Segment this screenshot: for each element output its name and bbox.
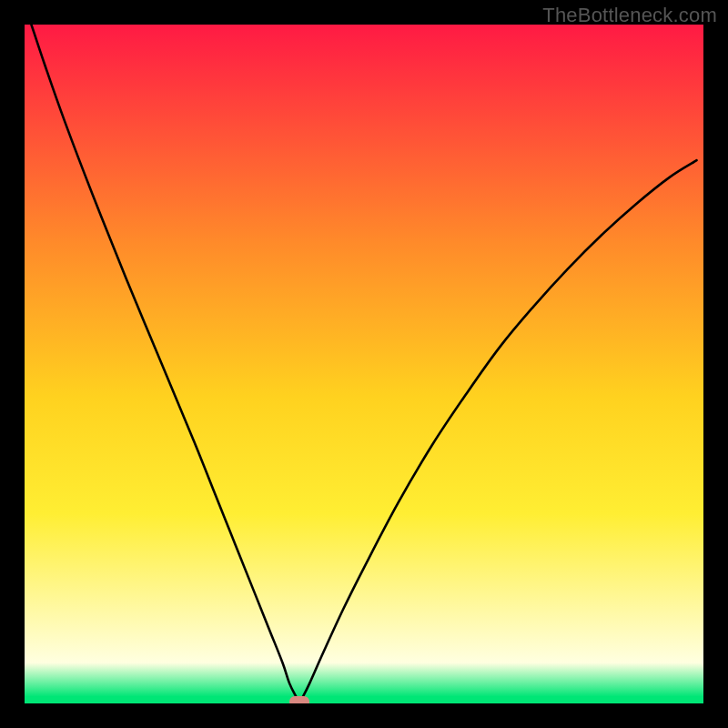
bottleneck-curve — [25, 25, 703, 703]
watermark-text: TheBottleneck.com — [542, 4, 717, 27]
chart-frame: TheBottleneck.com — [0, 0, 728, 728]
optimal-marker — [289, 696, 309, 703]
plot-area — [25, 25, 703, 703]
